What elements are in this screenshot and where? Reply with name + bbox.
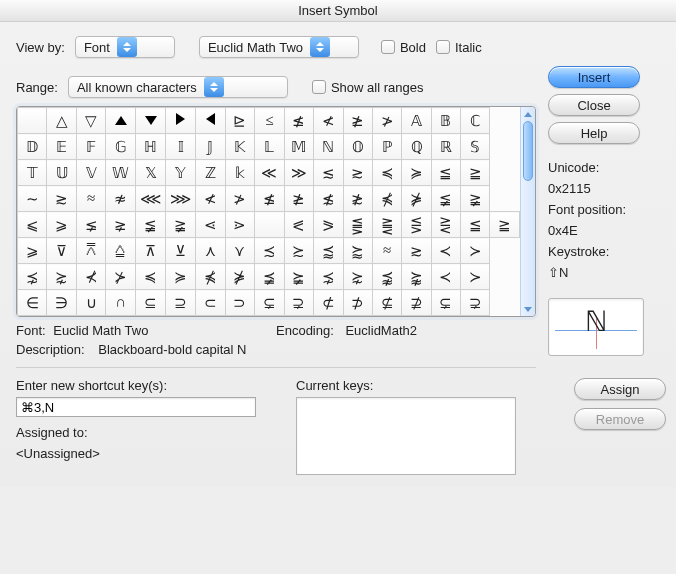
remove-button[interactable]: Remove	[574, 408, 666, 430]
symbol-cell[interactable]: ⋩	[47, 264, 76, 290]
symbol-cell[interactable]: ℚ	[402, 134, 431, 160]
symbol-cell[interactable]: ≵	[343, 186, 372, 212]
symbol-cell[interactable]: ≦	[431, 160, 460, 186]
symbol-cell[interactable]: ⊻	[166, 238, 196, 264]
symbol-cell[interactable]: ≰	[255, 186, 285, 212]
symbol-cell[interactable]: ≯	[225, 186, 254, 212]
symbol-cell[interactable]: 𝕀	[166, 134, 196, 160]
symbol-cell[interactable]: ≧	[461, 160, 490, 186]
symbol-cell[interactable]: ⋚	[402, 212, 431, 238]
symbol-cell[interactable]: 𝕍	[76, 160, 106, 186]
symbol-cell[interactable]: ⋙	[166, 186, 196, 212]
symbol-cell[interactable]: ⩠	[106, 238, 136, 264]
shortcut-input[interactable]	[16, 397, 256, 417]
symbol-cell[interactable]: ≻	[461, 238, 490, 264]
symbol-cell[interactable]: ⋠	[196, 264, 225, 290]
scroll-up-icon[interactable]	[521, 107, 535, 121]
symbol-cell[interactable]: ⊇	[166, 290, 196, 316]
symbol-cell[interactable]	[106, 108, 136, 134]
font-select[interactable]: Euclid Math Two	[199, 36, 359, 58]
grid-scrollbar[interactable]	[520, 107, 535, 316]
symbol-cell[interactable]: ⪺	[402, 264, 431, 290]
symbol-cell[interactable]: ≽	[402, 160, 431, 186]
symbol-cell[interactable]: ≺	[431, 238, 460, 264]
symbol-cell[interactable]: ℙ	[373, 134, 402, 160]
symbol-cell[interactable]: 𝔼	[47, 134, 76, 160]
symbol-cell[interactable]	[196, 108, 225, 134]
symbol-cell[interactable]: ≰	[284, 108, 314, 134]
current-keys-list[interactable]	[296, 397, 516, 475]
viewby-mode-select[interactable]: Font	[75, 36, 175, 58]
symbol-cell[interactable]: ∼	[18, 186, 47, 212]
symbol-cell[interactable]: ⊼	[136, 238, 166, 264]
symbol-cell[interactable]: 𝕄	[284, 134, 314, 160]
symbol-cell[interactable]: 𝕊	[461, 134, 490, 160]
symbol-cell[interactable]: 𝕐	[166, 160, 196, 186]
symbol-cell[interactable]: ≾	[255, 238, 285, 264]
symbol-cell[interactable]: ≳	[402, 238, 431, 264]
italic-checkbox[interactable]: Italic	[436, 40, 482, 55]
symbol-cell[interactable]: ≩	[461, 186, 490, 212]
symbol-cell[interactable]: ⪹	[373, 264, 402, 290]
symbol-cell[interactable]: 𝕂	[225, 134, 254, 160]
symbol-cell[interactable]: ⊈	[373, 290, 402, 316]
symbol-cell[interactable]: ≱	[343, 108, 372, 134]
symbol-cell[interactable]: ≨	[136, 212, 166, 238]
symbol-cell[interactable]	[255, 212, 285, 238]
symbol-cell[interactable]: ⪵	[255, 264, 285, 290]
range-select[interactable]: All known characters	[68, 76, 288, 98]
symbol-cell[interactable]: ⪌	[373, 212, 402, 238]
symbol-cell[interactable]: ⪶	[284, 264, 314, 290]
symbol-cell[interactable]: ≳	[47, 186, 76, 212]
symbol-cell[interactable]: ⋡	[225, 264, 254, 290]
symbol-cell[interactable]: ⪷	[314, 238, 343, 264]
symbol-cell[interactable]: ≪	[255, 160, 285, 186]
symbol-cell[interactable]: 𝔽	[76, 134, 106, 160]
symbol-cell[interactable]: ▽	[76, 108, 106, 134]
symbol-cell[interactable]: ⋛	[431, 212, 460, 238]
symbol-cell[interactable]: ≩	[166, 212, 196, 238]
symbol-cell[interactable]: 𝔹	[431, 108, 460, 134]
symbol-cell[interactable]: ≮	[196, 186, 225, 212]
symbol-cell[interactable]: ⩞	[76, 238, 106, 264]
insert-button[interactable]: Insert	[548, 66, 640, 88]
symbol-cell[interactable]: ⊅	[343, 290, 372, 316]
close-button[interactable]: Close	[548, 94, 640, 116]
symbol-cell[interactable]: ⋘	[136, 186, 166, 212]
symbol-cell[interactable]: ∩	[106, 290, 136, 316]
symbol-cell[interactable]: ≱	[284, 186, 314, 212]
symbol-cell[interactable]: △	[47, 108, 76, 134]
symbol-cell[interactable]: ⊵	[225, 108, 254, 134]
symbol-cell[interactable]: ≻	[461, 264, 490, 290]
symbol-cell[interactable]: ⩾	[47, 212, 76, 238]
symbol-cell[interactable]: ≤	[255, 108, 285, 134]
symbol-cell[interactable]: ⋠	[373, 186, 402, 212]
symbol-cell[interactable]: ⋡	[402, 186, 431, 212]
symbol-cell[interactable]: ⋩	[343, 264, 372, 290]
symbol-cell[interactable]: 𝕌	[47, 160, 76, 186]
symbol-cell[interactable]: 𝔾	[106, 134, 136, 160]
symbol-cell[interactable]: ≨	[431, 186, 460, 212]
symbol-cell[interactable]: ⊋	[284, 290, 314, 316]
symbol-cell[interactable]: ℂ	[461, 108, 490, 134]
symbol-cell[interactable]: ⊊	[431, 290, 460, 316]
symbol-cell[interactable]: ⩽	[18, 212, 47, 238]
symbol-cell[interactable]: ⊉	[402, 290, 431, 316]
symbol-cell[interactable]: ⋏	[196, 238, 225, 264]
symbol-cell[interactable]: ⊽	[47, 238, 76, 264]
symbol-cell[interactable]: ∋	[47, 290, 76, 316]
symbol-cell[interactable]: ≿	[284, 238, 314, 264]
symbol-cell[interactable]: ⊊	[255, 290, 285, 316]
symbol-cell[interactable]: ⩾	[18, 238, 47, 264]
symbol-cell[interactable]	[18, 108, 47, 134]
symbol-cell[interactable]: ⪋	[343, 212, 372, 238]
symbol-cell[interactable]: ⊃	[225, 290, 254, 316]
symbol-cell[interactable]: ⋨	[314, 264, 343, 290]
symbol-cell[interactable]: ℍ	[136, 134, 166, 160]
symbol-cell[interactable]: ≈	[373, 238, 402, 264]
symbol-cell[interactable]: ⪸	[343, 238, 372, 264]
symbol-cell[interactable]: ∈	[18, 290, 47, 316]
help-button[interactable]: Help	[548, 122, 640, 144]
symbol-cell[interactable]: 𝕏	[136, 160, 166, 186]
symbol-cell[interactable]: ⋗	[225, 212, 254, 238]
